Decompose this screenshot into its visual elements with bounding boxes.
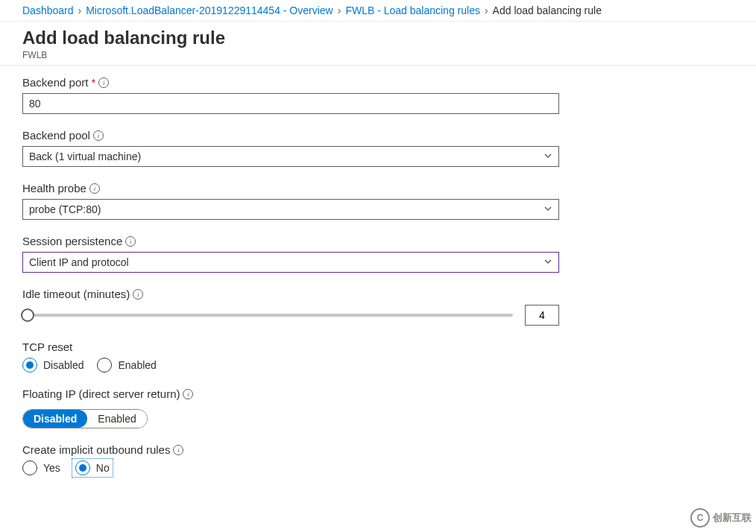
info-icon[interactable]: i bbox=[183, 389, 193, 399]
backend-pool-select[interactable]: Back (1 virtual machine) bbox=[22, 146, 559, 167]
watermark-logo-icon: C bbox=[690, 508, 710, 528]
breadcrumb: Dashboard › Microsoft.LoadBalancer-20191… bbox=[0, 0, 756, 22]
chevron-down-icon bbox=[544, 151, 552, 162]
idle-timeout-slider[interactable] bbox=[22, 314, 513, 317]
form-body: Backend port * i Backend pool i Back (1 … bbox=[0, 66, 756, 501]
tcp-reset-disabled[interactable]: Disabled bbox=[22, 358, 84, 373]
floating-ip-enabled[interactable]: Enabled bbox=[87, 410, 146, 428]
chevron-right-icon: › bbox=[338, 4, 341, 16]
info-icon[interactable]: i bbox=[89, 183, 100, 194]
implicit-outbound-label: Create implicit outbound rules i bbox=[22, 443, 559, 456]
chevron-down-icon bbox=[544, 203, 552, 215]
field-tcp-reset: TCP reset Disabled Enabled bbox=[22, 341, 559, 373]
tcp-reset-enabled[interactable]: Enabled bbox=[97, 358, 156, 373]
radio-icon bbox=[97, 358, 112, 373]
field-session-persistence: Session persistence i Client IP and prot… bbox=[22, 235, 559, 273]
info-icon[interactable]: i bbox=[133, 289, 143, 300]
backend-port-input[interactable] bbox=[22, 93, 559, 114]
idle-timeout-value[interactable] bbox=[525, 305, 559, 326]
session-persistence-label: Session persistence i bbox=[22, 235, 559, 247]
radio-icon bbox=[75, 460, 90, 475]
watermark: C 创新互联 bbox=[690, 508, 752, 528]
health-probe-label: Health probe i bbox=[22, 182, 559, 194]
idle-timeout-label: Idle timeout (minutes) i bbox=[22, 288, 559, 300]
tcp-reset-label: TCP reset bbox=[22, 341, 559, 353]
field-health-probe: Health probe i probe (TCP:80) bbox=[22, 182, 559, 220]
field-idle-timeout: Idle timeout (minutes) i bbox=[22, 288, 559, 326]
radio-icon bbox=[22, 460, 37, 475]
radio-icon bbox=[22, 358, 37, 373]
chevron-right-icon: › bbox=[485, 4, 488, 16]
breadcrumb-current: Add load balancing rule bbox=[493, 4, 602, 16]
field-backend-port: Backend port * i bbox=[22, 76, 559, 114]
chevron-right-icon: › bbox=[78, 4, 82, 16]
chevron-down-icon bbox=[544, 256, 552, 268]
breadcrumb-dashboard[interactable]: Dashboard bbox=[22, 4, 74, 16]
field-backend-pool: Backend pool i Back (1 virtual machine) bbox=[22, 129, 559, 167]
health-probe-select[interactable]: probe (TCP:80) bbox=[22, 199, 559, 220]
backend-pool-label: Backend pool i bbox=[22, 129, 559, 142]
backend-port-label: Backend port * i bbox=[22, 76, 559, 89]
page-title: Add load balancing rule bbox=[22, 28, 734, 48]
session-persistence-select[interactable]: Client IP and protocol bbox=[22, 252, 559, 273]
info-icon[interactable]: i bbox=[173, 445, 183, 455]
info-icon[interactable]: i bbox=[93, 130, 104, 141]
floating-ip-toggle: Disabled Enabled bbox=[22, 409, 148, 428]
field-implicit-outbound: Create implicit outbound rules i Yes No bbox=[22, 443, 559, 475]
floating-ip-label: Floating IP (direct server return) i bbox=[22, 387, 559, 400]
field-floating-ip: Floating IP (direct server return) i Dis… bbox=[22, 387, 559, 428]
page-header: Add load balancing rule FWLB bbox=[0, 22, 756, 66]
breadcrumb-loadbalancer-overview[interactable]: Microsoft.LoadBalancer-20191229114454 - … bbox=[86, 4, 333, 16]
required-marker: * bbox=[91, 76, 95, 89]
breadcrumb-fwlb-rules[interactable]: FWLB - Load balancing rules bbox=[345, 4, 480, 16]
page-subtitle: FWLB bbox=[22, 50, 734, 60]
implicit-outbound-yes[interactable]: Yes bbox=[22, 460, 60, 475]
info-icon[interactable]: i bbox=[98, 77, 109, 88]
info-icon[interactable]: i bbox=[125, 236, 136, 247]
floating-ip-disabled[interactable]: Disabled bbox=[23, 410, 87, 428]
implicit-outbound-no[interactable]: No bbox=[74, 460, 111, 475]
slider-thumb[interactable] bbox=[21, 308, 34, 322]
